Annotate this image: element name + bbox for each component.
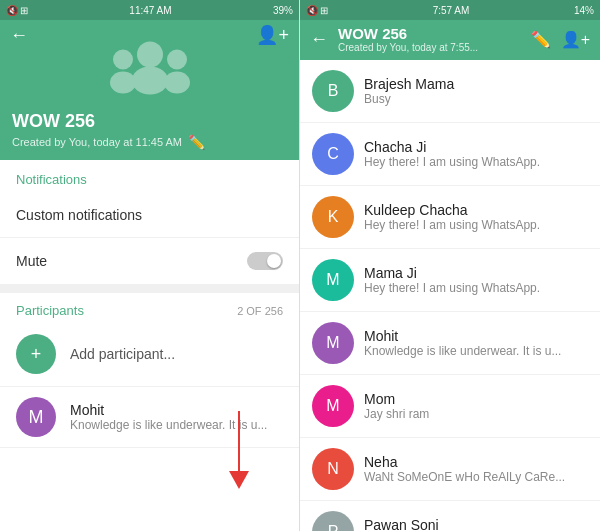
chat-avatar: K (312, 196, 354, 238)
chat-name: Mama Ji (364, 265, 588, 281)
right-group-name: WOW 256 (338, 25, 521, 42)
right-group-info: WOW 256 Created by You, today at 7:55... (338, 25, 521, 53)
chat-item[interactable]: PPawan Soni# silence have secrets 😀 (300, 501, 600, 531)
left-time: 11:47 AM (129, 5, 171, 16)
right-panel: 🔇⊞ 7:57 AM 14% ← WOW 256 Created by You,… (300, 0, 600, 531)
participants-count: 2 OF 256 (237, 305, 283, 317)
chat-avatar: C (312, 133, 354, 175)
participant-item-mohit[interactable]: M Mohit Knowledge is like underwear. It … (0, 387, 299, 448)
chat-name: Mom (364, 391, 588, 407)
chat-avatar: P (312, 511, 354, 531)
chat-info: MomJay shri ram (364, 391, 588, 421)
custom-notifications-label: Custom notifications (16, 207, 142, 223)
right-header-content: ← WOW 256 Created by You, today at 7:55.… (310, 25, 590, 53)
chat-item[interactable]: MMama JiHey there! I am using WhatsApp. (300, 249, 600, 312)
chat-item[interactable]: NNehaWaNt SoMeOnE wHo ReAlLy CaRe... (300, 438, 600, 501)
right-edit-icon[interactable]: ✏️ (531, 30, 551, 49)
chat-msg: Hey there! I am using WhatsApp. (364, 281, 588, 295)
right-back-button[interactable]: ← (310, 29, 328, 50)
chat-info: NehaWaNt SoMeOnE wHo ReAlLy CaRe... (364, 454, 588, 484)
right-add-user-icon[interactable]: 👤+ (561, 30, 590, 49)
left-battery: 39% (273, 5, 293, 16)
chat-name: Brajesh Mama (364, 76, 588, 92)
right-time: 7:57 AM (433, 5, 470, 16)
chat-msg: Hey there! I am using WhatsApp. (364, 218, 588, 232)
left-body: Notifications Custom notifications Mute … (0, 160, 299, 531)
mute-item[interactable]: Mute (0, 238, 299, 285)
group-avatar-bg (0, 20, 299, 120)
chat-info: Chacha JiHey there! I am using WhatsApp. (364, 139, 588, 169)
chat-avatar: M (312, 385, 354, 427)
left-network-icons: 🔇⊞ (6, 5, 28, 16)
add-participant-icon: + (16, 334, 56, 374)
chat-list: BBrajesh MamaBusyCChacha JiHey there! I … (300, 60, 600, 531)
chat-name: Kuldeep Chacha (364, 202, 588, 218)
chat-avatar: B (312, 70, 354, 112)
chat-avatar: M (312, 259, 354, 301)
chat-item[interactable]: KKuldeep ChachaHey there! I am using Wha… (300, 186, 600, 249)
svg-point-4 (167, 50, 187, 70)
add-participant-label: Add participant... (70, 346, 175, 362)
chat-item[interactable]: BBrajesh MamaBusy (300, 60, 600, 123)
participant-status: Knowledge is like underwear. It is u... (70, 418, 283, 432)
notifications-section-label: Notifications (0, 160, 299, 193)
chat-info: Brajesh MamaBusy (364, 76, 588, 106)
add-participant-item[interactable]: + Add participant... (0, 322, 299, 387)
svg-point-0 (137, 42, 163, 68)
chat-name: Mohit (364, 328, 588, 344)
chat-info: Mama JiHey there! I am using WhatsApp. (364, 265, 588, 295)
right-group-sub: Created by You, today at 7:55... (338, 42, 521, 53)
chat-info: Pawan Soni# silence have secrets 😀 (364, 517, 588, 531)
svg-point-1 (132, 67, 168, 95)
participant-info: Mohit Knowledge is like underwear. It is… (70, 402, 283, 432)
group-sub-left: Created by You, today at 11:45 AM ✏️ (12, 134, 287, 150)
right-header-icons: ✏️ 👤+ (531, 30, 590, 49)
chat-msg: Jay shri ram (364, 407, 588, 421)
mute-toggle[interactable] (247, 252, 283, 270)
svg-point-3 (110, 72, 136, 94)
participant-avatar: M (16, 397, 56, 437)
mute-label: Mute (16, 253, 47, 269)
chat-msg: Busy (364, 92, 588, 106)
right-status-bar: 🔇⊞ 7:57 AM 14% (300, 0, 600, 20)
chat-info: MohitKnowledge is like underwear. It is … (364, 328, 588, 358)
participant-name: Mohit (70, 402, 283, 418)
right-battery: 14% (574, 5, 594, 16)
svg-point-5 (164, 72, 190, 94)
right-network-icons: 🔇⊞ (306, 5, 328, 16)
svg-point-2 (113, 50, 133, 70)
section-divider (0, 285, 299, 293)
chat-name: Pawan Soni (364, 517, 588, 531)
participants-header: Participants 2 OF 256 (0, 293, 299, 322)
chat-info: Kuldeep ChachaHey there! I am using What… (364, 202, 588, 232)
chat-avatar: M (312, 322, 354, 364)
chat-item[interactable]: CChacha JiHey there! I am using WhatsApp… (300, 123, 600, 186)
custom-notifications-item[interactable]: Custom notifications (0, 193, 299, 238)
chat-msg: Knowledge is like underwear. It is u... (364, 344, 588, 358)
chat-msg: Hey there! I am using WhatsApp. (364, 155, 588, 169)
chat-item[interactable]: MMomJay shri ram (300, 375, 600, 438)
edit-icon[interactable]: ✏️ (188, 134, 205, 150)
chat-item[interactable]: MMohitKnowledge is like underwear. It is… (300, 312, 600, 375)
chat-name: Neha (364, 454, 588, 470)
left-status-bar: 🔇⊞ 11:47 AM 39% (0, 0, 299, 20)
left-header: 🔇⊞ 11:47 AM 39% ← 👤+ WOW 256 (0, 0, 299, 160)
chat-name: Chacha Ji (364, 139, 588, 155)
participants-label: Participants (16, 303, 84, 318)
right-header: 🔇⊞ 7:57 AM 14% ← WOW 256 Created by You,… (300, 0, 600, 60)
red-arrow (229, 411, 249, 489)
chat-msg: WaNt SoMeOnE wHo ReAlLy CaRe... (364, 470, 588, 484)
left-panel: 🔇⊞ 11:47 AM 39% ← 👤+ WOW 256 (0, 0, 300, 531)
chat-avatar: N (312, 448, 354, 490)
